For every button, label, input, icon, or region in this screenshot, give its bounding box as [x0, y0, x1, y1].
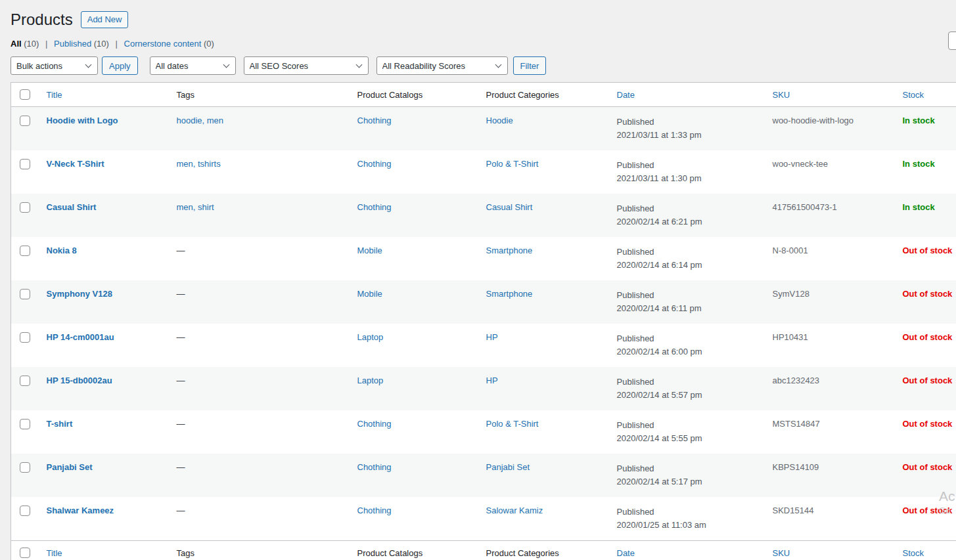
- view-cornerstone[interactable]: Cornerstone content (0): [124, 39, 214, 49]
- row-checkbox[interactable]: [20, 376, 30, 386]
- products-table: Title Tags Product Catalogs Product Cate…: [11, 82, 956, 560]
- product-title-link[interactable]: HP 14-cm0001au: [47, 332, 114, 342]
- product-category-link[interactable]: Hoodie: [486, 116, 513, 125]
- product-catalog-link[interactable]: Chothing: [357, 506, 392, 515]
- view-filter-links: All (10) | Published (10) | Cornerstone …: [11, 39, 956, 49]
- product-title-link[interactable]: Casual Shirt: [47, 202, 97, 212]
- column-header-sku: SKU: [766, 83, 896, 107]
- product-tags[interactable]: hoodie, men: [177, 116, 224, 125]
- product-tags[interactable]: men, shirt: [177, 202, 214, 212]
- publish-status: Published: [617, 463, 654, 473]
- select-all-checkbox[interactable]: [20, 89, 30, 100]
- publish-date: 2020/01/25 at 11:03 am: [617, 520, 706, 530]
- product-title-link[interactable]: Panjabi Set: [47, 462, 93, 472]
- product-tags: —: [177, 462, 185, 472]
- publish-date: 2020/02/14 at 5:55 pm: [617, 433, 702, 443]
- table-header-row: Title Tags Product Catalogs Product Cate…: [11, 83, 956, 107]
- stock-status: In stock: [903, 202, 935, 212]
- stock-status: Out of stock: [903, 376, 953, 385]
- product-category-link[interactable]: Polo & T-Shirt: [486, 159, 539, 169]
- add-new-button[interactable]: Add New: [81, 11, 129, 28]
- table-row: V-Neck T-Shirt men, tshirts Chothing Pol…: [11, 150, 956, 194]
- seo-scores-filter-select[interactable]: All SEO Scores: [244, 56, 369, 75]
- publish-date: 2020/02/14 at 6:14 pm: [617, 260, 702, 270]
- product-category-link[interactable]: Smartphone: [486, 289, 533, 299]
- view-separator: |: [116, 39, 118, 49]
- publish-date: 2020/02/14 at 5:57 pm: [617, 390, 702, 400]
- bulk-actions-select[interactable]: Bulk actions: [11, 56, 98, 75]
- product-sku: SymV128: [766, 280, 896, 324]
- product-catalog-link[interactable]: Chothing: [357, 159, 392, 169]
- table-row: Casual Shirt men, shirt Chothing Casual …: [11, 194, 956, 237]
- product-sku: woo-vneck-tee: [766, 150, 896, 194]
- product-sku: HP10431: [766, 324, 896, 367]
- product-catalog-link[interactable]: Chothing: [357, 462, 392, 472]
- product-category-link[interactable]: HP: [486, 332, 498, 342]
- readability-scores-filter-select[interactable]: All Readability Scores: [376, 56, 508, 75]
- column-footer-categories: Product Categories: [480, 541, 610, 560]
- row-checkbox[interactable]: [20, 159, 30, 169]
- view-published[interactable]: Published (10): [54, 39, 109, 49]
- product-category-link[interactable]: Smartphone: [486, 246, 533, 255]
- table-row: T-shirt — Chothing Polo & T-Shirt Publis…: [11, 410, 956, 454]
- product-title-link[interactable]: T-shirt: [47, 419, 73, 429]
- product-catalog-link[interactable]: Chothing: [357, 202, 392, 212]
- column-header-catalogs: Product Catalogs: [351, 83, 480, 107]
- publish-status: Published: [617, 377, 654, 387]
- table-row: HP 14-cm0001au — Laptop HP Published 202…: [11, 324, 956, 367]
- product-category-link[interactable]: Panjabi Set: [486, 462, 530, 472]
- filter-button[interactable]: Filter: [513, 56, 547, 75]
- table-footer-row: Title Tags Product Catalogs Product Cate…: [11, 541, 956, 560]
- row-checkbox[interactable]: [20, 289, 30, 299]
- product-title-link[interactable]: Symphony V128: [47, 289, 112, 299]
- row-checkbox[interactable]: [20, 332, 30, 343]
- row-checkbox[interactable]: [20, 116, 30, 126]
- tablenav-top: Bulk actions Apply All dates All SEO Sco…: [11, 56, 956, 75]
- product-tags: —: [177, 332, 185, 342]
- stock-status: Out of stock: [903, 289, 953, 299]
- publish-date: 2021/03/11 at 1:30 pm: [617, 173, 702, 183]
- product-category-link[interactable]: HP: [486, 376, 498, 385]
- product-catalog-link[interactable]: Chothing: [357, 116, 392, 125]
- column-footer-catalogs: Product Catalogs: [351, 541, 480, 560]
- product-title-link[interactable]: Nokia 8: [47, 246, 77, 255]
- product-catalog-link[interactable]: Laptop: [357, 376, 384, 385]
- product-title-link[interactable]: HP 15-db0002au: [47, 376, 112, 385]
- product-category-link[interactable]: Polo & T-Shirt: [486, 419, 539, 429]
- product-category-link[interactable]: Salowar Kamiz: [486, 506, 543, 515]
- product-category-link[interactable]: Casual Shirt: [486, 202, 533, 212]
- table-row: Symphony V128 — Mobile Smartphone Publis…: [11, 280, 956, 324]
- product-tags[interactable]: men, tshirts: [177, 159, 221, 169]
- publish-date: 2020/02/14 at 6:21 pm: [617, 217, 702, 226]
- product-catalog-link[interactable]: Mobile: [357, 246, 382, 255]
- product-sku: 417561500473-1: [766, 194, 896, 237]
- view-all[interactable]: All (10): [11, 39, 39, 49]
- product-catalog-link[interactable]: Mobile: [357, 289, 382, 299]
- stock-status: Out of stock: [903, 462, 953, 472]
- row-checkbox[interactable]: [20, 419, 30, 429]
- product-title-link[interactable]: Hoodie with Logo: [47, 116, 118, 125]
- column-header-tags: Tags: [170, 83, 351, 107]
- publish-status: Published: [617, 247, 654, 257]
- stock-status: Out of stock: [903, 332, 953, 342]
- publish-date: 2021/03/11 at 1:33 pm: [617, 130, 702, 140]
- row-checkbox[interactable]: [20, 506, 30, 516]
- apply-button[interactable]: Apply: [102, 56, 138, 75]
- product-sku: woo-hoodie-with-logo: [766, 107, 896, 151]
- dates-filter-select[interactable]: All dates: [150, 56, 236, 75]
- row-checkbox[interactable]: [20, 246, 30, 256]
- view-separator: |: [45, 39, 47, 49]
- row-checkbox[interactable]: [20, 462, 30, 473]
- product-catalog-link[interactable]: Chothing: [357, 419, 392, 429]
- table-row: HP 15-db0002au — Laptop HP Published 202…: [11, 367, 956, 410]
- select-all-checkbox[interactable]: [20, 548, 30, 558]
- column-header-stock: Stock: [896, 83, 956, 107]
- table-row: Panjabi Set — Chothing Panjabi Set Publi…: [11, 454, 956, 497]
- search-input[interactable]: [948, 32, 956, 50]
- publish-date: 2020/02/14 at 6:11 pm: [617, 303, 702, 313]
- product-title-link[interactable]: V-Neck T-Shirt: [47, 159, 104, 169]
- product-catalog-link[interactable]: Laptop: [357, 332, 384, 342]
- column-footer-tags: Tags: [170, 541, 351, 560]
- product-title-link[interactable]: Shalwar Kameez: [47, 506, 114, 515]
- row-checkbox[interactable]: [20, 202, 30, 213]
